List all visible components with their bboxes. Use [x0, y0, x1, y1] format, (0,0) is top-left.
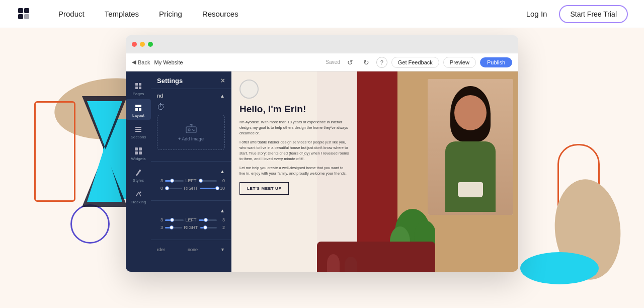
slider4-track-right[interactable] [200, 227, 217, 228]
svg-rect-19 [139, 147, 142, 150]
svg-point-7 [520, 252, 599, 284]
maximize-dot[interactable] [148, 42, 153, 47]
cta-button[interactable]: LET'S MEET UP [239, 182, 289, 195]
background-chevron-icon: ▲ [220, 93, 225, 99]
slider3-thumb-right[interactable] [204, 218, 208, 222]
slider-section-bottom: ▲ 3 LEFT 3 [151, 204, 231, 237]
slider3-thumb[interactable] [170, 218, 174, 222]
person-photo-box [428, 79, 513, 215]
background-label: nd [157, 93, 163, 99]
svg-rect-3 [24, 14, 29, 19]
sidebar-layout[interactable]: Layout [126, 99, 151, 120]
sections-icon [134, 125, 143, 134]
slider-bottom-header[interactable]: ▲ [157, 208, 225, 213]
browser-window: ◀ Back My Website Saved ↺ ↻ ? Get Feedba… [126, 35, 518, 272]
browser-chrome [126, 35, 518, 53]
pages-icon [134, 82, 143, 91]
settings-close-button[interactable]: × [221, 76, 225, 85]
svg-rect-9 [139, 83, 141, 86]
svg-point-25 [188, 129, 190, 131]
slider2-right-val: 10 [219, 186, 225, 191]
slider1-left-val: 3 [157, 178, 163, 183]
nav-resources[interactable]: Resources [192, 10, 249, 18]
preview-button[interactable]: Preview [443, 57, 476, 68]
svg-rect-13 [135, 108, 138, 111]
svg-point-23 [140, 192, 141, 193]
stool-1 [327, 254, 340, 272]
slider-top-header[interactable]: ▲ [157, 169, 225, 174]
border-label: rder [157, 247, 165, 252]
sidebar-widgets[interactable]: Widgets [126, 142, 151, 163]
sidebar-pages[interactable]: Pages [126, 78, 151, 98]
slider2-label: RIGHT [184, 186, 198, 191]
sidebar-styles[interactable]: Styles [126, 164, 151, 185]
svg-rect-12 [135, 105, 141, 107]
orange-rect [34, 101, 75, 202]
svg-rect-0 [18, 8, 23, 13]
nav-links: Product Templates Pricing Resources [48, 10, 526, 18]
undo-button[interactable]: ↺ [344, 56, 356, 68]
svg-rect-10 [135, 87, 138, 89]
slider-bottom-collapse-icon: ▲ [220, 208, 225, 213]
border-section: rder none ▼ [151, 243, 231, 256]
hero-paragraph-1: I'm Ayodelé. With more than 10 years of … [231, 119, 357, 136]
cyan-ellipse-svg [519, 251, 600, 286]
svg-rect-18 [135, 147, 138, 150]
close-dot[interactable] [132, 42, 137, 47]
tan-blob [552, 177, 623, 282]
main-content: ◀ Back My Website Saved ↺ ↻ ? Get Feedba… [0, 28, 644, 308]
background-section-header[interactable]: nd ▲ [157, 93, 225, 99]
settings-header: Settings × [151, 71, 231, 89]
styles-label: Styles [133, 178, 144, 183]
svg-rect-14 [139, 108, 141, 111]
redo-button[interactable]: ↻ [360, 56, 372, 68]
slider4-thumb[interactable] [170, 225, 174, 229]
stool-2 [345, 257, 357, 272]
nav-templates[interactable]: Templates [95, 10, 149, 18]
canvas-area: Hello, I'm Erin! I'm Ayodelé. With more … [231, 71, 518, 272]
slider1-thumb[interactable] [170, 179, 174, 183]
slider4-track[interactable] [165, 227, 182, 228]
svg-point-6 [552, 177, 623, 282]
slider4-thumb-right[interactable] [203, 225, 207, 229]
slider2-fill-right [200, 188, 217, 189]
login-link[interactable]: Log In [526, 10, 547, 18]
slider-collapse-icon: ▲ [220, 169, 225, 174]
border-value: none [188, 247, 198, 252]
slider3-track[interactable] [165, 219, 184, 221]
image-upload-area[interactable]: + Add Image [157, 115, 225, 150]
slider2-track[interactable] [165, 188, 182, 189]
slider2-thumb-right[interactable] [215, 186, 219, 190]
svg-marker-4 [82, 96, 127, 207]
minimize-dot[interactable] [140, 42, 145, 47]
layout-icon [134, 103, 143, 112]
settings-divider-1 [151, 161, 231, 162]
sidebar-tracking[interactable]: Tracking [126, 186, 151, 206]
slider1-right-val: 0 [219, 178, 225, 183]
slider-row-4: 3 RIGHT 2 [157, 225, 225, 230]
logo[interactable] [16, 6, 32, 22]
nav-pricing[interactable]: Pricing [149, 10, 192, 18]
svg-rect-17 [135, 131, 141, 132]
settings-panel: Settings × nd ▲ ⏱ [151, 71, 231, 272]
sidebar-sections[interactable]: Sections [126, 121, 151, 141]
slider2-track-right[interactable] [200, 188, 217, 189]
slider3-track-right[interactable] [199, 219, 217, 221]
slider1-thumb-right[interactable] [199, 179, 203, 183]
purple-circle [70, 204, 110, 244]
feedback-button[interactable]: Get Feedback [391, 57, 439, 68]
slider2-thumb[interactable] [165, 186, 169, 190]
hero-paragraph-3: Let me help you create a well-designed h… [231, 165, 357, 177]
settings-background-section: nd ▲ ⏱ [151, 89, 231, 158]
start-trial-button[interactable]: Start Free Trial [559, 5, 628, 23]
person-body [445, 141, 496, 212]
slider-section-top: ▲ 3 LEFT 0 [151, 165, 231, 197]
publish-button[interactable]: Publish [480, 57, 512, 67]
slider1-track-right[interactable] [199, 180, 217, 182]
site-name[interactable]: My Website [154, 59, 183, 65]
nav-product[interactable]: Product [48, 10, 95, 18]
back-button[interactable]: ◀ Back [132, 59, 150, 65]
help-button[interactable]: ? [376, 57, 387, 68]
slider1-track[interactable] [165, 180, 184, 182]
slider4-left-val: 3 [157, 225, 163, 230]
